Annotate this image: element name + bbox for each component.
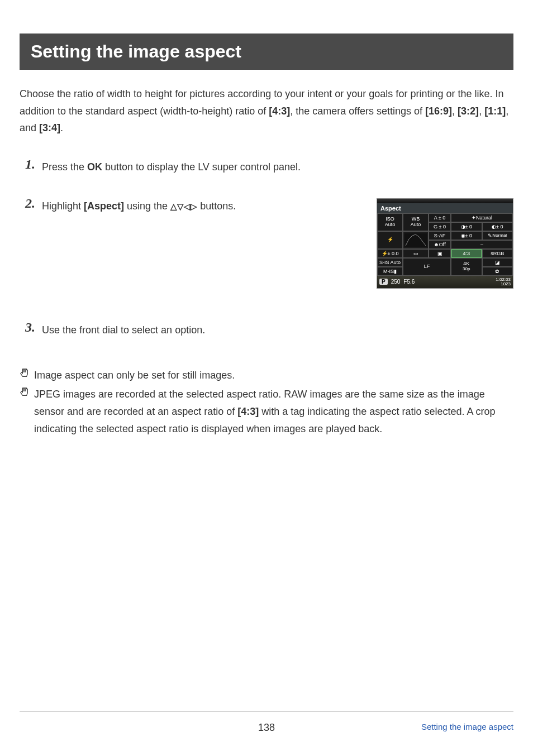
srgb-cell: sRGB xyxy=(482,249,513,258)
meter-cell: ▣ xyxy=(429,249,451,258)
page-footer: 138 Setting the image aspect xyxy=(20,711,513,734)
step-3: 3. Use the front dial to select an optio… xyxy=(42,322,513,339)
ok-label: OK xyxy=(87,161,102,173)
panel-status-bar: P 250 F5.6 1:02:031023 xyxy=(377,276,513,288)
notes-section: Image aspect can only be set for still i… xyxy=(20,367,513,437)
v: LF xyxy=(424,264,430,270)
step-number: 2. xyxy=(25,196,35,211)
intro-r1: [16:9] xyxy=(425,106,452,117)
a-cell: A ± 0 xyxy=(429,213,451,222)
lf-cell: LF xyxy=(403,258,451,276)
histogram-cell xyxy=(403,231,429,249)
step-1: 1. Press the OK button to display the LV… xyxy=(42,159,513,176)
footer-section-title: Setting the image aspect xyxy=(421,722,513,731)
d-cell: ◐± 0 xyxy=(482,222,513,231)
step-2: 2. Highlight [Aspect] using the △▽◁▷ but… xyxy=(42,198,513,289)
t: using the xyxy=(124,200,170,212)
step-body: Press the OK button to display the LV su… xyxy=(42,159,513,175)
intro-r2: [3:2] xyxy=(458,106,479,117)
gear-cell: ✿ xyxy=(482,267,513,276)
off-cell: ☻Off xyxy=(429,240,451,249)
fnumber-value: F5.6 xyxy=(403,279,415,285)
mode-badge: P xyxy=(379,279,388,285)
shutter-value: 250 xyxy=(391,279,401,285)
intro-r3: [1:1] xyxy=(484,106,506,117)
c2: , xyxy=(479,106,484,117)
natural-label: Natural xyxy=(476,215,492,221)
mis-cell: M-IS ▮ xyxy=(377,267,403,276)
note-item: JPEG images are recorded at the selected… xyxy=(20,386,513,437)
sis-cell: S-IS Auto xyxy=(377,258,403,267)
steps-list: 1. Press the OK button to display the LV… xyxy=(42,159,513,339)
intro-paragraph: Choose the ratio of width to height for … xyxy=(20,85,513,137)
c1: , xyxy=(452,106,458,117)
normal-cell: ✎Normal xyxy=(482,231,513,240)
drive-cell: ▭ xyxy=(403,249,429,258)
intro-ratio-std: [4:3] xyxy=(269,106,290,117)
t: Press the xyxy=(42,161,87,173)
v: ± 0.0 xyxy=(388,251,399,256)
t: buttons. xyxy=(197,200,236,212)
wb-cell: WBAuto xyxy=(403,213,429,231)
natural-cell: ✦ Natural xyxy=(451,213,513,222)
g-cell: G ± 0 xyxy=(429,222,451,231)
t: button to display the LV super control p… xyxy=(102,161,301,173)
flash-comp-cell: ⚡± 0.0 xyxy=(377,249,403,258)
panel-title: Aspect xyxy=(377,203,513,213)
histogram-icon xyxy=(404,233,427,247)
page-number: 138 xyxy=(258,722,275,734)
v: ± 0 xyxy=(465,233,472,238)
page-title: Setting the image aspect xyxy=(31,41,241,61)
wb-val: Auto xyxy=(411,222,421,228)
note-text: Image aspect can only be set for still i… xyxy=(34,370,235,381)
s-cell: ◑± 0 xyxy=(451,222,482,231)
v: M-IS xyxy=(383,269,394,274)
panel-grid: ISOAuto WBAuto A ± 0 ✦ Natural G ± 0 ◑± … xyxy=(377,213,513,276)
sc-cell: ◉± 0 xyxy=(451,231,482,240)
counter: 1:02:031023 xyxy=(496,277,511,286)
iso-val: Auto xyxy=(385,222,396,228)
dash-cell: – xyxy=(451,240,513,249)
intro-mid: , the camera offers settings of xyxy=(290,106,425,117)
v: 30p xyxy=(463,267,470,272)
step-body: Use the front dial to select an option. xyxy=(42,322,513,338)
step-body: Highlight [Aspect] using the △▽◁▷ button… xyxy=(42,198,365,214)
intro-r4: [3:4] xyxy=(39,122,60,133)
flash-cell: ⚡ xyxy=(377,231,403,249)
intro-end: . xyxy=(60,122,63,133)
shots: 1023 xyxy=(501,281,511,286)
note-item: Image aspect can only be set for still i… xyxy=(20,367,513,384)
lv-super-control-panel: Aspect ISOAuto WBAuto A ± 0 ✦ Natural G … xyxy=(377,198,513,289)
v: ± 0 xyxy=(465,224,472,229)
v: Off xyxy=(439,242,446,247)
rec-cell: 4K30p xyxy=(451,258,482,276)
note-ratio: [4:3] xyxy=(237,406,259,417)
iso-cell: ISOAuto xyxy=(377,213,403,231)
step-number: 3. xyxy=(25,320,35,335)
step-number: 1. xyxy=(25,157,35,172)
dpad-icon: △▽◁▷ xyxy=(170,200,197,213)
page-title-bar: Setting the image aspect xyxy=(20,34,513,70)
v: ± 0 xyxy=(496,224,503,229)
t: Highlight xyxy=(42,200,84,212)
keystone-cell: ◪ xyxy=(482,258,513,267)
hand-note-icon xyxy=(20,368,30,378)
aspect-label: [Aspect] xyxy=(84,200,124,212)
saf-cell: S-AF xyxy=(429,231,451,240)
hand-note-icon xyxy=(20,387,30,397)
v: Normal xyxy=(492,233,507,238)
svg-rect-0 xyxy=(404,233,427,247)
aspect-cell-highlighted: 4:3 xyxy=(451,249,482,258)
